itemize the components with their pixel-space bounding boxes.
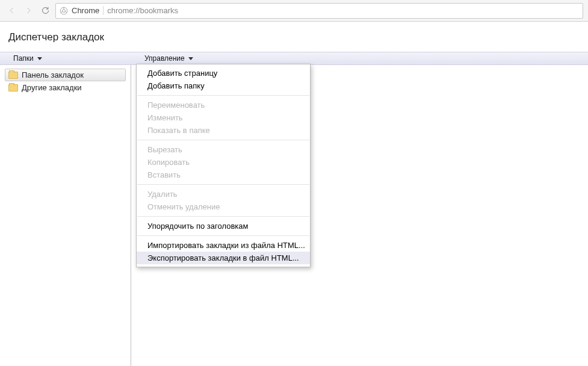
- menu-copy: Копировать: [137, 156, 310, 169]
- folders-header[interactable]: Папки: [0, 54, 131, 63]
- sidebar-item-label: Панель закладок: [22, 70, 84, 79]
- chevron-down-icon: [37, 57, 42, 60]
- menu-undo-delete: Отменить удаление: [137, 200, 310, 213]
- sidebar-item-label: Другие закладки: [22, 83, 82, 92]
- sidebar-item-other-bookmarks[interactable]: Другие закладки: [5, 81, 126, 94]
- omnibox-brand: Chrome: [72, 6, 104, 15]
- manage-menu: Добавить страницу Добавить папку Переиме…: [136, 64, 311, 267]
- browser-toolbar: Chrome chrome://bookmarks: [0, 0, 588, 22]
- menu-rename: Переименовать: [137, 99, 310, 111]
- menu-edit: Изменить: [137, 111, 310, 124]
- menu-cut: Вырезать: [137, 143, 310, 156]
- menu-separator: [137, 216, 309, 217]
- main-pane: Добавить страницу Добавить папку Переиме…: [131, 65, 588, 366]
- folders-header-label: Папки: [13, 54, 34, 63]
- menu-paste: Вставить: [137, 169, 310, 181]
- svg-point-1: [63, 9, 66, 12]
- menu-separator: [137, 184, 309, 185]
- menu-export-html[interactable]: Экспортировать закладки в файл HTML...: [137, 252, 310, 264]
- chrome-icon: [60, 7, 68, 15]
- menu-import-html[interactable]: Импортировать закладки из файла HTML...: [137, 239, 310, 252]
- forward-button[interactable]: [22, 4, 35, 17]
- menu-add-folder[interactable]: Добавить папку: [137, 79, 310, 92]
- chevron-down-icon: [188, 57, 193, 60]
- omnibox-url: chrome://bookmarks: [107, 6, 178, 15]
- menu-show-in-folder: Показать в папке: [137, 124, 310, 137]
- manage-header[interactable]: Управление: [131, 54, 202, 63]
- folder-icon: [8, 72, 18, 79]
- folder-icon: [8, 84, 18, 92]
- menu-separator: [137, 95, 309, 96]
- menu-separator: [137, 140, 309, 140]
- back-button[interactable]: [5, 4, 18, 17]
- sidebar: Панель закладок Другие закладки: [0, 65, 131, 366]
- address-bar[interactable]: Chrome chrome://bookmarks: [55, 3, 583, 19]
- menu-sort-by-title[interactable]: Упорядочить по заголовкам: [137, 220, 310, 232]
- manage-header-label: Управление: [144, 54, 185, 63]
- menu-separator: [137, 235, 309, 236]
- menu-add-page[interactable]: Добавить страницу: [137, 67, 310, 79]
- content-area: Панель закладок Другие закладки Добавить…: [0, 65, 588, 366]
- column-headers: Папки Управление: [0, 52, 588, 65]
- menu-delete: Удалить: [137, 188, 310, 200]
- sidebar-item-bookmarks-bar[interactable]: Панель закладок: [5, 69, 126, 81]
- page-title: Диспетчер закладок: [0, 22, 588, 52]
- reload-button[interactable]: [39, 4, 52, 17]
